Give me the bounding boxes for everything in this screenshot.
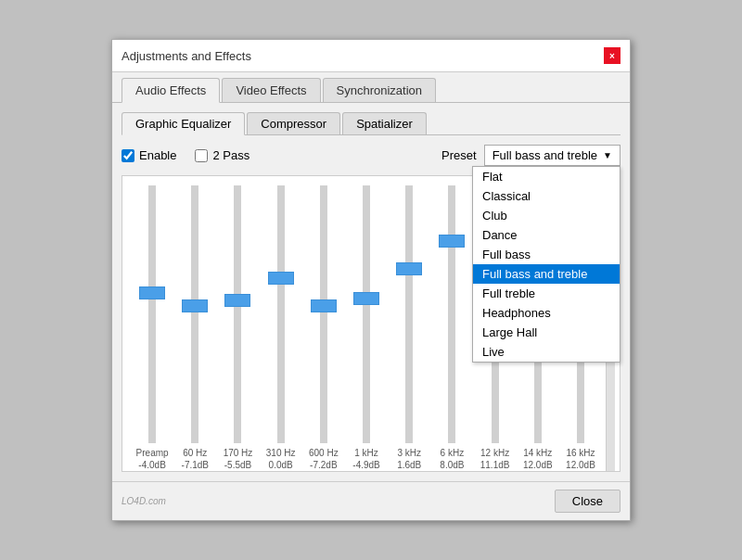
slider-thumb-2[interactable] xyxy=(224,294,250,307)
eq-band-1: 60 Hz -7.1dB xyxy=(174,185,215,471)
twopass-checkbox-label[interactable]: 2 Pass xyxy=(195,148,249,162)
enable-checkbox[interactable] xyxy=(122,149,134,162)
adjustments-dialog: Adjustments and Effects × Audio Effects … xyxy=(111,39,631,521)
sub-tab-bar: Graphic Equalizer Compressor Spatializer xyxy=(122,112,620,135)
eq-band-3: 310 Hz 0.0dB xyxy=(261,185,301,471)
band-label-6: 3 kHz 1.6dB xyxy=(397,447,421,471)
eq-band-5: 1 kHz -4.9dB xyxy=(346,185,387,471)
slider-thumb-0[interactable] xyxy=(139,286,165,299)
slider-track-5[interactable] xyxy=(363,185,370,443)
slider-track-1[interactable] xyxy=(191,185,198,443)
tab-video-effects[interactable]: Video Effects xyxy=(222,78,320,102)
band-label-2: 170 Hz -5.5dB xyxy=(224,447,253,471)
band-label-0: Preamp -4.0dB xyxy=(136,447,169,471)
preset-option-full-bass[interactable]: Full bass xyxy=(473,245,620,264)
preset-option-flat[interactable]: Flat xyxy=(473,167,620,186)
bottom-bar: LO4D.com Close xyxy=(112,481,630,520)
preset-option-classical[interactable]: Classical xyxy=(473,186,620,206)
band-label-1: 60 Hz -7.1dB xyxy=(182,447,209,471)
tab-graphic-equalizer[interactable]: Graphic Equalizer xyxy=(122,112,245,135)
band-label-7: 6 kHz 8.0dB xyxy=(440,447,464,471)
preset-selected-value: Full bass and treble xyxy=(493,148,597,162)
slider-track-3[interactable] xyxy=(277,185,285,443)
close-button[interactable]: Close xyxy=(555,490,620,513)
controls-row: Enable 2 Pass Preset Full bass and trebl… xyxy=(122,145,620,166)
preset-option-headphones[interactable]: Headphones xyxy=(473,303,620,323)
preset-option-full-treble[interactable]: Full treble xyxy=(473,284,620,303)
band-label-10: 16 kHz 12.0dB xyxy=(566,447,595,471)
preset-option-live[interactable]: Live xyxy=(473,342,620,362)
title-bar: Adjustments and Effects × xyxy=(112,40,630,72)
twopass-checkbox[interactable] xyxy=(195,149,208,162)
tab-audio-effects[interactable]: Audio Effects xyxy=(122,78,220,103)
slider-thumb-1[interactable] xyxy=(182,299,208,312)
preset-option-dance[interactable]: Dance xyxy=(473,225,620,245)
preset-area: Preset Full bass and treble ▼ Flat Class… xyxy=(441,145,620,166)
slider-thumb-4[interactable] xyxy=(311,299,337,312)
tab-synchronization[interactable]: Synchronization xyxy=(323,78,437,102)
preset-option-club[interactable]: Club xyxy=(473,206,620,225)
preset-dropdown-button[interactable]: Full bass and treble ▼ xyxy=(484,145,620,166)
slider-track-2[interactable] xyxy=(234,185,241,443)
chevron-down-icon: ▼ xyxy=(603,150,612,160)
band-label-5: 1 kHz -4.9dB xyxy=(352,447,379,471)
eq-band-6: 3 kHz 1.6dB xyxy=(389,185,429,471)
eq-band-2: 170 Hz -5.5dB xyxy=(217,185,258,471)
band-label-8: 12 kHz 11.1dB xyxy=(480,447,510,471)
preset-label: Preset xyxy=(441,148,477,162)
band-label-4: 600 Hz -7.2dB xyxy=(309,447,339,471)
slider-track-4[interactable] xyxy=(320,185,327,443)
slider-track-0[interactable] xyxy=(148,185,156,443)
enable-checkbox-label[interactable]: Enable xyxy=(122,148,176,162)
preset-option-full-bass-treble[interactable]: Full bass and treble xyxy=(473,264,620,284)
preset-dropdown-menu: Flat Classical Club Dance Full bass Full… xyxy=(472,166,620,363)
preset-option-large-hall[interactable]: Large Hall xyxy=(473,323,620,342)
title-close-button[interactable]: × xyxy=(604,47,620,64)
slider-thumb-7[interactable] xyxy=(439,235,465,248)
slider-thumb-6[interactable] xyxy=(396,262,422,275)
band-label-3: 310 Hz 0.0dB xyxy=(266,447,296,471)
main-tab-bar: Audio Effects Video Effects Synchronizat… xyxy=(112,72,630,103)
tab-compressor[interactable]: Compressor xyxy=(247,112,340,134)
slider-thumb-5[interactable] xyxy=(353,292,379,305)
eq-band-4: 600 Hz -7.2dB xyxy=(303,185,344,471)
slider-track-6[interactable] xyxy=(405,185,413,443)
dialog-title: Adjustments and Effects xyxy=(122,49,251,63)
slider-thumb-3[interactable] xyxy=(268,272,294,285)
slider-track-7[interactable] xyxy=(448,185,455,443)
tab-spatializer[interactable]: Spatializer xyxy=(342,112,427,134)
content-area: Graphic Equalizer Compressor Spatializer… xyxy=(112,103,630,481)
watermark: LO4D.com xyxy=(122,496,166,506)
eq-band-7: 6 kHz 8.0dB xyxy=(431,185,472,471)
eq-band-0: Preamp -4.0dB xyxy=(132,185,173,471)
band-label-9: 14 kHz 12.0dB xyxy=(523,447,553,471)
